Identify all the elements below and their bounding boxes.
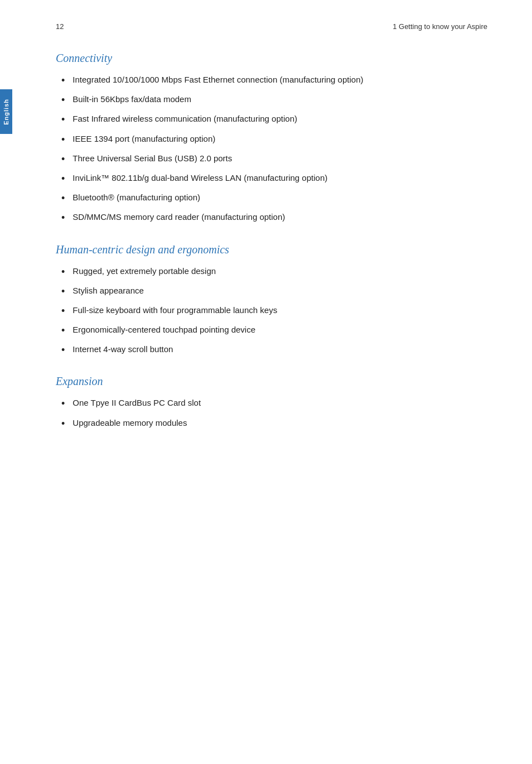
list-item-text: Full-size keyboard with four programmabl… xyxy=(72,304,277,317)
list-item-text: Built-in 56Kbps fax/data modem xyxy=(72,93,191,106)
section-heading-connectivity: Connectivity xyxy=(56,52,487,65)
page-container: English 12 1 Getting to know your Aspire… xyxy=(0,0,532,764)
bullet-list-expansion: One Tpye II CardBus PC Card slotUpgradea… xyxy=(56,397,487,430)
list-item: Rugged, yet extremely portable design xyxy=(56,265,487,279)
list-item-text: SD/MMC/MS memory card reader (manufactur… xyxy=(72,211,285,224)
section-connectivity: ConnectivityIntegrated 10/100/1000 Mbps … xyxy=(56,52,487,225)
sidebar-label: English xyxy=(3,99,9,125)
list-item: InviLink™ 802.11b/g dual-band Wireless L… xyxy=(56,172,487,186)
list-item-text: InviLink™ 802.11b/g dual-band Wireless L… xyxy=(72,172,327,185)
list-item: Three Universal Serial Bus (USB) 2.0 por… xyxy=(56,152,487,166)
section-heading-human-centric: Human-centric design and ergonomics xyxy=(56,243,487,256)
list-item: Full-size keyboard with four programmabl… xyxy=(56,304,487,318)
list-item-text: Upgradeable memory modules xyxy=(72,417,187,430)
list-item: SD/MMC/MS memory card reader (manufactur… xyxy=(56,211,487,225)
sections-container: ConnectivityIntegrated 10/100/1000 Mbps … xyxy=(56,52,487,431)
list-item-text: Fast Infrared wireless communication (ma… xyxy=(72,113,297,126)
list-item: Upgradeable memory modules xyxy=(56,417,487,431)
header-title: 1 Getting to know your Aspire xyxy=(393,22,487,31)
bullet-list-connectivity: Integrated 10/100/1000 Mbps Fast Etherne… xyxy=(56,74,487,225)
list-item-text: Ergonomically-centered touchpad pointing… xyxy=(72,324,255,337)
list-item: Bluetooth® (manufacturing option) xyxy=(56,191,487,205)
section-human-centric: Human-centric design and ergonomicsRugge… xyxy=(56,243,487,358)
list-item-text: Rugged, yet extremely portable design xyxy=(72,265,216,278)
list-item: Stylish appearance xyxy=(56,285,487,299)
list-item: One Tpye II CardBus PC Card slot xyxy=(56,397,487,411)
list-item-text: One Tpye II CardBus PC Card slot xyxy=(72,397,201,410)
list-item-text: Internet 4-way scroll button xyxy=(72,343,173,356)
list-item-text: Integrated 10/100/1000 Mbps Fast Etherne… xyxy=(72,74,363,87)
section-expansion: ExpansionOne Tpye II CardBus PC Card slo… xyxy=(56,375,487,430)
list-item: Fast Infrared wireless communication (ma… xyxy=(56,113,487,127)
list-item: Integrated 10/100/1000 Mbps Fast Etherne… xyxy=(56,74,487,88)
sidebar-tab: English xyxy=(0,89,12,134)
page-header: 12 1 Getting to know your Aspire xyxy=(56,22,487,35)
list-item-text: Three Universal Serial Bus (USB) 2.0 por… xyxy=(72,152,232,165)
page-number: 12 xyxy=(56,22,64,31)
list-item-text: Bluetooth® (manufacturing option) xyxy=(72,191,200,204)
section-heading-expansion: Expansion xyxy=(56,375,487,388)
bullet-list-human-centric: Rugged, yet extremely portable designSty… xyxy=(56,265,487,358)
list-item-text: IEEE 1394 port (manufacturing option) xyxy=(72,133,215,146)
list-item: IEEE 1394 port (manufacturing option) xyxy=(56,133,487,147)
list-item-text: Stylish appearance xyxy=(72,285,144,297)
list-item: Internet 4-way scroll button xyxy=(56,343,487,357)
list-item: Built-in 56Kbps fax/data modem xyxy=(56,93,487,107)
list-item: Ergonomically-centered touchpad pointing… xyxy=(56,324,487,338)
